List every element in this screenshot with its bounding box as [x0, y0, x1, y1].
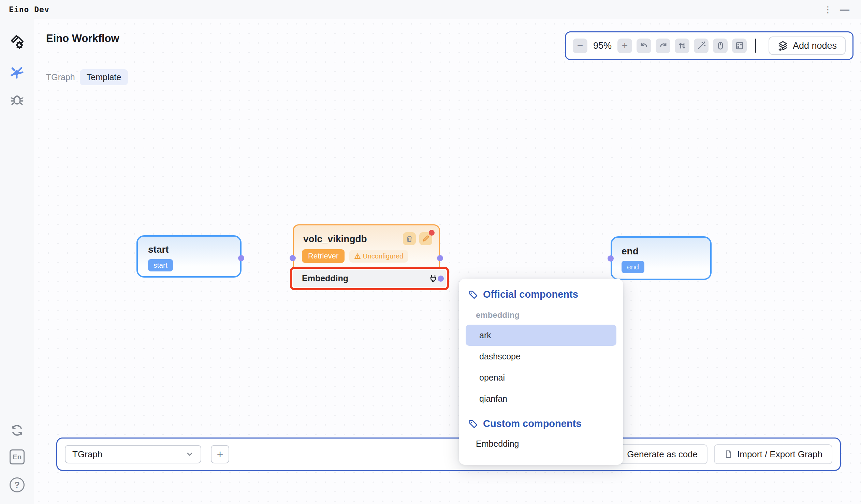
magic-wand-icon[interactable]: [694, 39, 709, 53]
node-type-badge: Retriever: [302, 249, 344, 263]
tag-icon: [468, 419, 479, 429]
node-end-badge: end: [621, 261, 644, 273]
graph-select-value: TGraph: [72, 449, 102, 460]
dropdown-item-ark[interactable]: ark: [466, 325, 616, 346]
dropdown-item-dashscope[interactable]: dashscope: [466, 346, 616, 367]
eino-logo-icon: [6, 31, 28, 53]
node-start-title: start: [148, 244, 240, 255]
window-title: Eino Dev: [9, 5, 50, 14]
auto-layout-icon[interactable]: [675, 39, 689, 53]
port-end-input[interactable]: [607, 255, 614, 262]
generate-as-code-button[interactable]: Generate as code: [617, 444, 708, 464]
redo-button[interactable]: [656, 39, 670, 53]
dropdown-item-qianfan[interactable]: qianfan: [466, 388, 616, 409]
breadcrumb-graph-name[interactable]: TGraph: [46, 72, 75, 82]
port-start-output[interactable]: [238, 255, 244, 261]
sidebar-language-icon[interactable]: En: [10, 449, 25, 464]
embedding-slot-label: Embedding: [302, 274, 348, 283]
generate-as-code-label: Generate as code: [627, 449, 698, 460]
unconfigured-badge: Unconfigured: [349, 250, 408, 263]
left-sidebar: En ?: [0, 19, 34, 504]
undo-button[interactable]: [637, 39, 651, 53]
add-nodes-label: Add nodes: [793, 41, 837, 51]
node-volc-title: volc_vikingdb: [303, 232, 399, 244]
embedding-slot-row[interactable]: Embedding: [293, 270, 446, 287]
eino-dev-app: Eino Dev ⋮ —: [0, 0, 861, 504]
canvas-toolbar: − 95% +: [565, 31, 853, 60]
window-menu-icon[interactable]: ⋮: [819, 5, 837, 14]
window-minimize-icon[interactable]: —: [837, 5, 852, 14]
custom-components-heading: Custom components: [466, 418, 616, 429]
official-components-label: Official components: [483, 289, 578, 300]
warning-icon: [354, 253, 361, 260]
sidebar-help-icon[interactable]: ?: [10, 477, 25, 492]
minimap-panel-icon[interactable]: [732, 39, 747, 53]
zoom-out-button[interactable]: −: [573, 39, 587, 53]
bottom-bar: TGraph + Generate as code Import / Expor…: [56, 437, 841, 471]
delete-node-button[interactable]: [403, 232, 416, 245]
import-export-label: Import / Export Graph: [737, 449, 822, 460]
node-start-badge: start: [148, 259, 173, 271]
sidebar-refresh-icon[interactable]: [9, 422, 25, 438]
graph-select[interactable]: TGraph: [65, 445, 201, 463]
template-badge[interactable]: Template: [80, 69, 128, 85]
unconfigured-notification-dot: [429, 230, 435, 236]
sidebar-item-debug-bug-icon[interactable]: [9, 91, 26, 108]
port-volc-output[interactable]: [437, 255, 443, 261]
mouse-mode-icon[interactable]: [713, 39, 728, 53]
sidebar-item-workflow-graph[interactable]: [8, 64, 26, 81]
zoom-in-button[interactable]: +: [617, 39, 632, 53]
port-volc-input[interactable]: [290, 255, 296, 261]
import-export-button[interactable]: Import / Export Graph: [714, 444, 832, 464]
page-title: Eino Workflow: [46, 32, 119, 45]
tag-icon: [468, 290, 479, 300]
custom-components-label: Custom components: [483, 418, 581, 429]
breadcrumb: TGraph Template: [46, 69, 128, 85]
node-end-title: end: [621, 246, 710, 257]
toolbar-divider: [755, 39, 756, 53]
embedding-slot-highlight[interactable]: Embedding: [290, 267, 449, 290]
window-title-bar: Eino Dev ⋮ —: [0, 0, 861, 19]
dropdown-item-openai[interactable]: openai: [466, 367, 616, 388]
components-dropdown: Official components embedding ark dashsc…: [459, 279, 623, 465]
file-icon: [724, 450, 733, 459]
zoom-level: 95%: [592, 41, 613, 51]
add-nodes-button[interactable]: Add nodes: [768, 37, 846, 55]
node-end[interactable]: end end: [611, 236, 712, 280]
plug-icon: [428, 274, 438, 284]
dropdown-item-embedding[interactable]: Embedding: [466, 434, 616, 453]
port-volc-embedding[interactable]: [438, 276, 444, 282]
official-components-heading: Official components: [466, 289, 616, 300]
node-start[interactable]: start start: [136, 235, 242, 278]
chevron-down-icon: [186, 450, 194, 458]
add-graph-button[interactable]: +: [211, 445, 229, 463]
unconfigured-badge-label: Unconfigured: [363, 252, 403, 260]
edit-node-button[interactable]: [419, 232, 432, 245]
embedding-group-label: embedding: [466, 310, 616, 320]
